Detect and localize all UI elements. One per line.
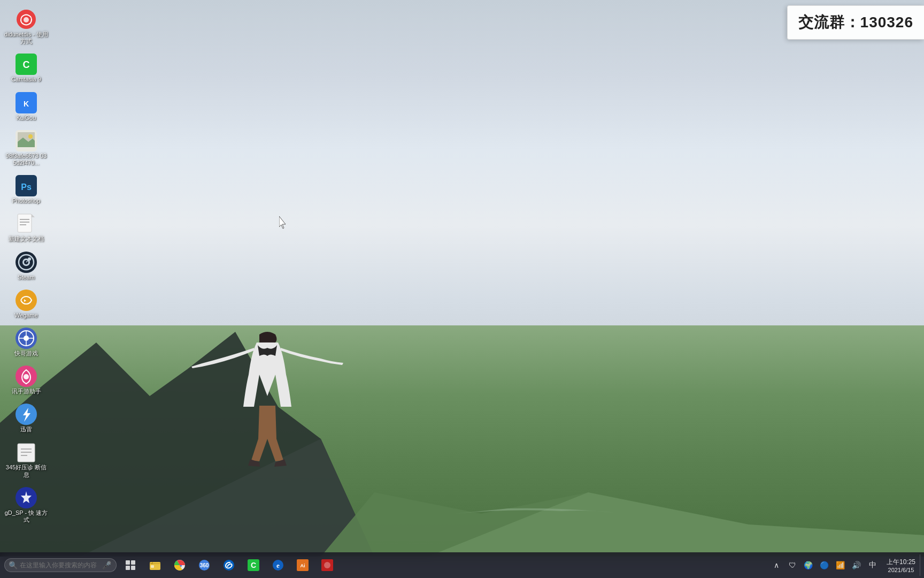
svg-text:C: C	[251, 561, 256, 569]
tray-ime[interactable]: 中	[865, 554, 880, 576]
desktop-icon-kuaige[interactable]: 快哥游戏	[2, 324, 50, 360]
desktop-icon-label-xunlei: 迅雷	[20, 426, 32, 433]
desktop-icon-photoshop[interactable]: PsPhotoshop	[2, 172, 50, 208]
desktop-icon-label-kuaige: 快哥游戏	[14, 350, 38, 357]
svg-rect-35	[126, 560, 130, 565]
svg-point-21	[16, 290, 37, 311]
taskbar-app-camtasia-task[interactable]: C	[242, 553, 265, 577]
svg-text:K: K	[24, 100, 29, 108]
notification-popup: 交流群：130326	[787, 5, 924, 40]
svg-point-53	[324, 562, 330, 568]
svg-text:Ai: Ai	[301, 563, 305, 568]
desktop-icon-xunlei[interactable]: 迅雷	[2, 400, 50, 436]
svg-point-28	[24, 374, 29, 379]
show-desktop-button[interactable]	[920, 554, 924, 576]
desktop-icon-label-kuigou: KuiGou	[17, 115, 36, 121]
taskbar-app-edge[interactable]	[217, 553, 241, 577]
desktop-icon-diagnose[interactable]: 345好压诊 断信息	[2, 438, 50, 481]
clock-date: 2021/6/15	[888, 567, 914, 573]
tray-vol[interactable]: 🔊	[849, 554, 864, 576]
desktop-icon-label-diagnose: 345好压诊 断信息	[4, 464, 48, 478]
svg-rect-30	[18, 444, 35, 462]
desktop-icon-label-camtasia: Camtasia 9	[11, 76, 41, 83]
taskbar: 🔍 🎤 360CeAi ∧🛡🌍🔵📶🔊中 上午10:25 2021/6/15	[0, 552, 924, 578]
desktop-icon-label-dido: didunetdis - 使用方式	[4, 31, 48, 45]
desktop-icon-textfile[interactable]: 新建文本文档	[2, 210, 50, 246]
notification-text: 交流群：130326	[798, 12, 913, 33]
svg-rect-36	[131, 560, 135, 565]
svg-rect-40	[151, 565, 154, 568]
desktop-icon-label-textfile: 新建文本文档	[9, 235, 44, 242]
svg-rect-38	[131, 566, 135, 570]
clock-time: 上午10:25	[887, 558, 915, 567]
taskbar-app-red[interactable]	[315, 553, 339, 577]
desktop-icon-steam[interactable]: Steam	[2, 248, 50, 284]
svg-rect-12	[18, 214, 32, 232]
desktop-icon-label-steam: Steam	[18, 274, 35, 281]
desktop-icon-wegame[interactable]: Wegame	[2, 286, 50, 322]
svg-text:360: 360	[200, 562, 209, 568]
taskbar-app-ie[interactable]: e	[266, 553, 290, 577]
taskbar-app-task-view[interactable]	[119, 553, 142, 577]
desktop-icon-label-photoshop: Photoshop	[12, 197, 41, 204]
person-figure	[160, 235, 385, 557]
tray-wifi[interactable]: 📶	[833, 554, 848, 576]
svg-rect-37	[126, 566, 130, 570]
mountain-background	[0, 235, 924, 557]
taskbar-app-explorer[interactable]	[143, 553, 167, 577]
tray-360b[interactable]: 🔵	[817, 554, 832, 576]
system-tray: ∧🛡🌍🔵📶🔊中	[769, 554, 882, 576]
tray-net[interactable]: 🌍	[801, 554, 816, 576]
svg-point-9	[28, 134, 33, 139]
taskbar-search-input[interactable]	[4, 558, 117, 572]
taskbar-app-ai[interactable]: Ai	[291, 553, 314, 577]
taskbar-app-chrome[interactable]	[168, 553, 191, 577]
tray-360[interactable]: 🛡	[785, 554, 800, 576]
tray-expand[interactable]: ∧	[769, 554, 784, 576]
taskbar-app-360[interactable]: 360	[192, 553, 216, 577]
desktop-icon-file-98[interactable]: 98f3afe6673 035d2f470...	[2, 127, 50, 170]
desktop-icons-area: didunetdis - 使用方式CCamtasia 9KKuiGou98f3a…	[0, 0, 64, 552]
svg-text:C: C	[23, 59, 30, 70]
desktop-icon-goodjoy[interactable]: gD_SP - 快 速方式	[2, 484, 50, 527]
desktop-icon-dido[interactable]: didunetdis - 使用方式	[2, 5, 50, 48]
taskbar-clock[interactable]: 上午10:25 2021/6/15	[882, 557, 920, 574]
desktop-icon-label-goodjoy: gD_SP - 快 速方式	[4, 509, 48, 523]
desktop-icon-xyshouhu[interactable]: 讯手游助手	[2, 362, 50, 398]
svg-point-2	[24, 17, 29, 22]
desktop-icon-camtasia[interactable]: CCamtasia 9	[2, 50, 50, 86]
desktop-icon-label-file-98: 98f3afe6673 035d2f470...	[4, 153, 48, 166]
taskbar-app-buttons: 360CeAi	[119, 553, 339, 577]
desktop-icon-label-wegame: Wegame	[14, 312, 38, 319]
svg-text:Ps: Ps	[21, 182, 32, 192]
desktop-icon-kuigou[interactable]: KKuiGou	[2, 89, 50, 125]
microphone-icon: 🎤	[102, 561, 111, 569]
desktop-icon-label-xyshouhu: 讯手游助手	[12, 388, 41, 395]
taskbar-search-area[interactable]: 🔍 🎤	[4, 558, 117, 572]
svg-text:e: e	[276, 561, 280, 569]
